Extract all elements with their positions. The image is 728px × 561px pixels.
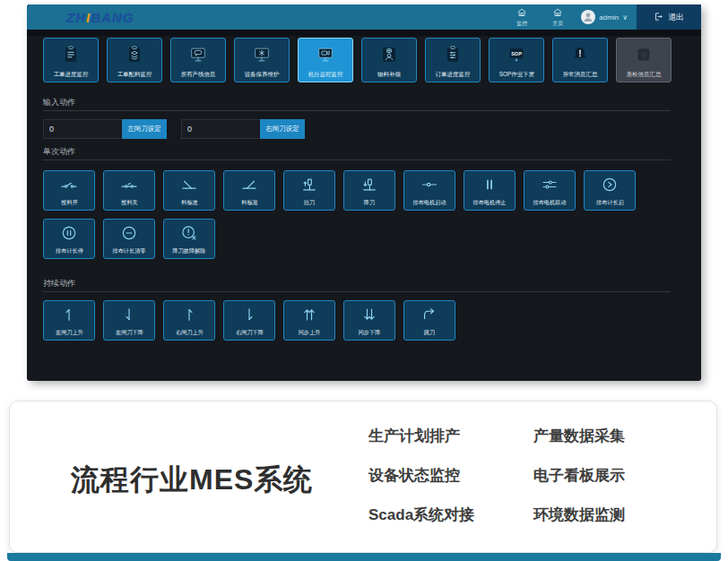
module-label: SOP作业下发 <box>498 70 533 78</box>
action-tile-left-gate-up[interactable]: 左闸刀上升 <box>43 300 95 341</box>
circle-pause-icon <box>60 220 78 246</box>
user-menu[interactable]: admin ∨ <box>581 10 628 24</box>
action-tile-counter-reset[interactable]: 排布计长清零 <box>103 219 155 259</box>
action-tile-knife-fault-clear[interactable]: 降刀故障解除 <box>163 219 215 259</box>
app-window: ZHIBANG 监控 主页 admin ∨ 退出 工单进度监控工单配料监控所有产… <box>27 4 701 381</box>
left-gate-setting-group: 左闸刀设定 <box>43 119 167 139</box>
arrow-up-right-icon <box>180 301 198 328</box>
continuous-action-grid: 左闸刀上升左闸刀下降右闸刀上升右闸刀下降同步上升同步下降跳刀 <box>43 300 653 341</box>
arrow-down-left-icon <box>120 301 138 328</box>
action-label: 降刀 <box>364 199 375 207</box>
action-label: 排布计长启 <box>596 199 624 207</box>
module-grid: 工单进度监控工单配料监控所有产线信息设备保养维护机台远程监控物料补领订单进度监控… <box>43 38 672 82</box>
action-tile-counter-start[interactable]: 排布计长启 <box>584 170 636 211</box>
module-label: 质检信息汇总 <box>627 70 662 78</box>
action-label: 同步下降 <box>359 329 381 337</box>
action-tile-left-gate-down[interactable]: 左闸刀下降 <box>103 300 155 341</box>
switch-open-icon <box>60 171 78 198</box>
logout-icon <box>654 12 663 23</box>
clipboard-sliders-icon <box>443 39 463 70</box>
action-tile-knife-raise[interactable]: 抬刀 <box>283 170 335 211</box>
action-tile-counter-stop[interactable]: 排布计长停 <box>43 219 95 259</box>
action-tile-jump-knife[interactable]: 跳刀 <box>403 300 455 341</box>
action-tile-feed-close[interactable]: 投料关 <box>103 170 155 211</box>
nav-item-monitor[interactable]: 监控 <box>504 7 540 28</box>
pause-icon <box>481 171 498 198</box>
action-label: 右闸刀下降 <box>236 329 264 337</box>
module-label: 工单进度监控 <box>54 70 89 78</box>
nav-item-label: 监控 <box>516 20 527 28</box>
module-tile-equipment-maintenance[interactable]: 设备保养维护 <box>234 38 290 82</box>
right-gate-set-button[interactable]: 右闸刀设定 <box>260 119 305 139</box>
action-tile-motor-start[interactable]: 排布电机启动 <box>403 170 455 211</box>
section-title-continuous: 持续动作 <box>43 278 75 289</box>
logout-button[interactable]: 退出 <box>637 4 701 30</box>
module-tile-sop-dispatch[interactable]: SOPSOP作业下发 <box>489 38 544 82</box>
slider-double-icon <box>541 171 559 198</box>
nav-item-home[interactable]: 主页 <box>540 7 576 28</box>
logout-label: 退出 <box>668 12 684 23</box>
monitor-tools-icon <box>252 39 272 70</box>
clipboard-layers-icon <box>125 39 144 70</box>
switch-closed-icon <box>120 171 138 198</box>
action-tile-sync-up[interactable]: 同步上升 <box>283 300 335 341</box>
action-tile-knife-lower[interactable]: 降刀 <box>343 170 395 211</box>
module-tile-work-order-batching[interactable]: 工单配料监控 <box>107 38 162 82</box>
action-label: 跳刀 <box>424 329 435 337</box>
section-title-input: 输入动作 <box>43 97 75 108</box>
right-gate-value-input[interactable] <box>181 119 260 139</box>
module-label: 所有产线信息 <box>181 70 216 78</box>
module-tile-work-order-progress[interactable]: 工单进度监控 <box>43 38 99 82</box>
module-tile-order-progress[interactable]: 订单进度监控 <box>425 38 481 82</box>
clipboard-check-icon <box>61 39 81 70</box>
action-tile-right-gate-up[interactable]: 右闸刀上升 <box>163 300 215 341</box>
home-icon <box>552 7 563 19</box>
angle-forward-icon <box>180 171 198 198</box>
angle-back-icon <box>240 171 258 198</box>
module-tile-material-replenish[interactable]: 物料补领 <box>361 38 417 82</box>
section-title-single: 单次动作 <box>43 146 75 158</box>
alert-clear-icon <box>180 220 198 246</box>
action-tile-feed-open[interactable]: 投料开 <box>43 170 95 211</box>
action-tile-plate-back[interactable]: 料板退 <box>223 170 275 211</box>
action-tile-motor-link[interactable]: 排布电机联动 <box>524 170 576 211</box>
action-label: 抬刀 <box>304 199 315 207</box>
single-action-grid: 投料开投料关料板送料板退抬刀降刀排布电机启动排布电机停止排布电机联动排布计长启排… <box>43 170 653 259</box>
bottom-teal-strip <box>7 553 721 561</box>
monitor-chat-icon <box>188 39 208 70</box>
action-label: 左闸刀上升 <box>56 329 83 337</box>
action-label: 降刀故障解除 <box>173 247 206 255</box>
svg-text:SOP: SOP <box>511 50 522 56</box>
module-tile-machine-remote-monitor[interactable]: 机台远程监控 <box>298 38 353 82</box>
module-label: 异常消息汇总 <box>563 70 598 78</box>
module-label: 订单进度监控 <box>436 70 471 78</box>
action-tile-motor-stop[interactable]: 排布电机停止 <box>464 170 516 211</box>
feature-list: 生产计划排产设备状态监控Scada系统对接产量数据采集电子看板展示环境数据监测 <box>368 426 659 525</box>
action-label: 料板送 <box>181 199 197 207</box>
chevron-down-icon: ∨ <box>622 13 628 22</box>
double-arrow-up-icon <box>300 301 318 328</box>
action-label: 料板退 <box>241 199 257 207</box>
module-tile-line-info[interactable]: 所有产线信息 <box>170 38 226 82</box>
module-label: 设备保养维护 <box>245 70 280 78</box>
left-gate-set-button[interactable]: 左闸刀设定 <box>122 119 167 139</box>
knife-up-icon <box>300 171 318 198</box>
top-bar: ZHIBANG 监控 主页 admin ∨ 退出 <box>27 4 701 30</box>
action-label: 同步上升 <box>299 329 321 337</box>
arrow-down-right-icon <box>240 301 258 328</box>
sop-badge-icon: SOP <box>507 39 526 70</box>
person-parcel-icon <box>379 39 399 70</box>
section-divider <box>43 110 671 111</box>
circle-minus-icon <box>120 220 138 246</box>
module-tile-abnormal-summary[interactable]: 异常消息汇总 <box>552 38 608 82</box>
logo-part1: ZH <box>66 10 86 25</box>
module-label: 物料补领 <box>377 70 401 78</box>
left-gate-value-input[interactable] <box>43 119 122 139</box>
feature-item: 设备状态监控 <box>368 465 494 486</box>
action-tile-plate-forward[interactable]: 料板送 <box>163 170 215 211</box>
topbar-shadow-strip <box>27 30 701 36</box>
action-label: 排布电机联动 <box>533 199 567 207</box>
nav-item-label: 主页 <box>552 20 563 28</box>
action-tile-sync-down[interactable]: 同步下降 <box>343 300 395 341</box>
action-tile-right-gate-down[interactable]: 右闸刀下降 <box>223 300 275 341</box>
